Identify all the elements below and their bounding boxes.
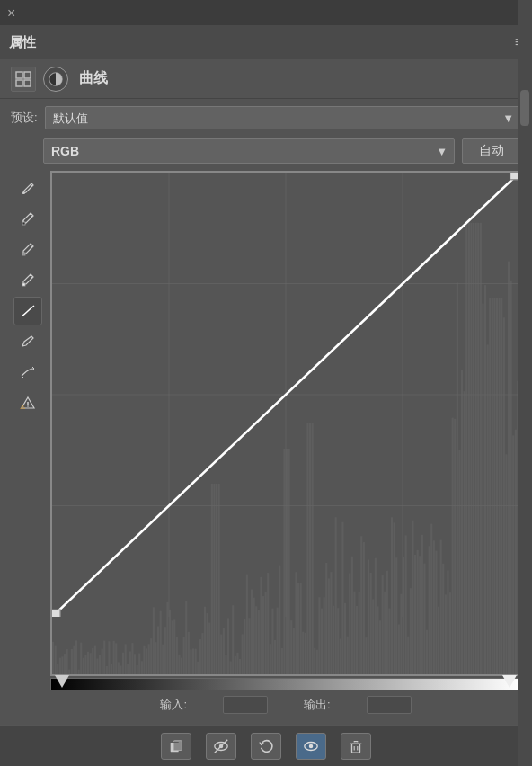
eyedropper-sample-btn[interactable]	[13, 174, 42, 203]
svg-rect-34	[352, 744, 360, 753]
scroll-handle[interactable]	[520, 90, 529, 126]
close-icon[interactable]: ×	[7, 6, 20, 19]
curve-graph[interactable]	[50, 171, 521, 676]
panel-header: 属性 ≡	[0, 25, 532, 59]
svg-rect-0	[16, 72, 22, 78]
svg-point-33	[309, 744, 314, 748]
bottom-toolbar	[0, 725, 532, 766]
slider-handle-left[interactable]	[55, 675, 69, 688]
preset-row: 预设: 默认值 ▼	[0, 99, 532, 137]
eye-active-button[interactable]	[296, 733, 326, 760]
io-row: 输入: 输出:	[50, 690, 521, 717]
channel-row: RGB 红 绿 蓝 ▼ 自动	[0, 137, 532, 171]
preset-select-wrapper[interactable]: 默认值 ▼	[45, 106, 521, 129]
top-bar: × «	[0, 0, 532, 25]
preset-select[interactable]: 默认值	[45, 106, 521, 129]
delete-button[interactable]	[341, 733, 371, 760]
input-label: 输入:	[160, 697, 187, 713]
curve-tool-btn[interactable]	[13, 297, 42, 325]
svg-point-6	[22, 192, 25, 194]
panel-title: 属性	[9, 34, 36, 51]
warning-btn[interactable]: ⚠	[13, 388, 42, 417]
svg-rect-3	[24, 80, 31, 86]
clip-button[interactable]	[161, 733, 191, 760]
svg-rect-10	[22, 253, 25, 255]
curve-container: 输入: 输出:	[50, 171, 521, 717]
input-value	[223, 696, 268, 714]
properties-panel: × « 属性 ≡ 曲线 预设: 默认值	[0, 0, 532, 766]
svg-point-15	[27, 405, 29, 407]
visibility-button[interactable]	[206, 733, 236, 760]
svg-text:⚠: ⚠	[20, 404, 25, 410]
eyedropper-gray-btn[interactable]	[13, 236, 42, 264]
svg-rect-12	[22, 283, 25, 286]
svg-rect-8	[22, 222, 25, 225]
eyedropper-white-btn[interactable]	[13, 266, 42, 295]
right-scrollbar[interactable]	[518, 0, 532, 766]
channel-select[interactable]: RGB 红 绿 蓝	[43, 138, 455, 164]
undo-button[interactable]	[251, 733, 281, 760]
auto-button[interactable]: 自动	[462, 138, 521, 164]
pencil-tool-btn[interactable]	[13, 327, 42, 356]
svg-line-13	[31, 336, 33, 338]
tool-sidebar: ⚠	[11, 171, 45, 717]
main-area: ⚠	[0, 171, 532, 725]
circle-icon-btn[interactable]	[43, 67, 68, 92]
svg-rect-1	[24, 72, 31, 78]
gradient-slider-bar[interactable]	[50, 678, 521, 690]
slider-handle-right[interactable]	[502, 675, 517, 688]
output-value	[367, 696, 412, 714]
adjustment-layer-icon-btn[interactable]	[11, 67, 36, 92]
smooth-btn[interactable]	[13, 358, 42, 387]
layer-icons-row: 曲线	[0, 59, 532, 99]
channel-select-wrapper[interactable]: RGB 红 绿 蓝 ▼	[43, 138, 455, 164]
svg-rect-2	[16, 80, 22, 86]
curve-title: 曲线	[79, 69, 108, 88]
preset-label: 预设:	[11, 110, 38, 126]
output-label: 输出:	[304, 697, 331, 713]
eyedropper-black-btn[interactable]	[13, 205, 42, 234]
